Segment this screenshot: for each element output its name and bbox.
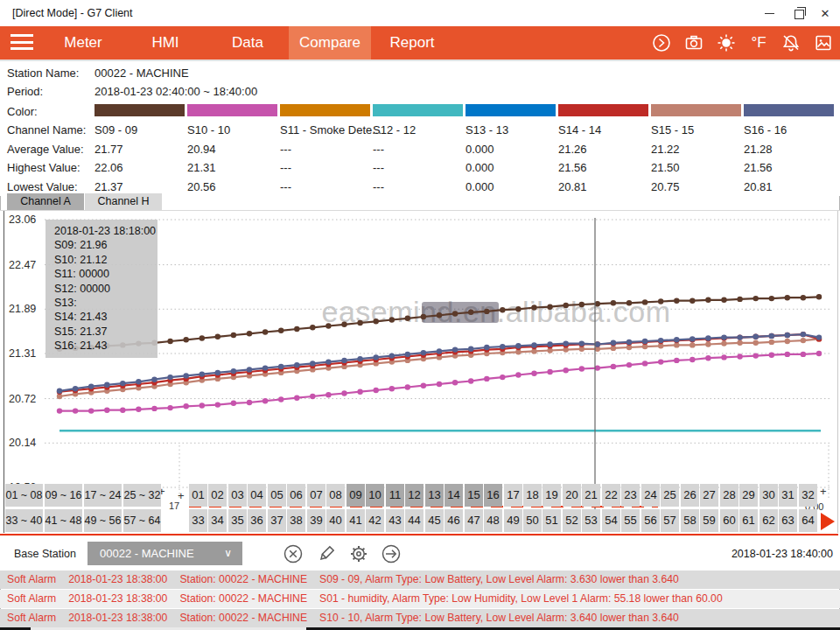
- channel-box-36[interactable]: 36: [248, 509, 266, 532]
- channel-box-15[interactable]: 15: [465, 484, 483, 507]
- channel-box-38[interactable]: 38: [287, 509, 305, 532]
- channel-box-18[interactable]: 18: [523, 484, 542, 507]
- base-station-dropdown[interactable]: 00022 - MACHINE ∨: [88, 542, 242, 565]
- channel-box-09[interactable]: 09: [346, 484, 365, 507]
- channel-box-25[interactable]: 25: [661, 484, 679, 507]
- channel-box-55[interactable]: 55: [621, 509, 640, 532]
- channel-box-39[interactable]: 39: [307, 509, 326, 532]
- channel-box-52[interactable]: 52: [563, 509, 581, 532]
- next-page-arrow-icon[interactable]: [821, 513, 835, 530]
- channel-group-41-48[interactable]: 41 ~ 48: [45, 509, 82, 532]
- channel-box-34[interactable]: 34: [208, 509, 227, 532]
- channel-box-20[interactable]: 20: [563, 484, 581, 507]
- channel-box-11[interactable]: 11: [386, 484, 404, 507]
- channel-box-37[interactable]: 37: [268, 509, 286, 532]
- channel-box-31[interactable]: 31: [779, 484, 797, 507]
- channel-group-25-32[interactable]: 25 ~ 32: [123, 484, 161, 507]
- restore-button[interactable]: [784, 0, 814, 26]
- channel-box-23[interactable]: 23: [621, 484, 640, 507]
- alarm-row[interactable]: Soft Alarm2018-01-23 18:38:00Station: 00…: [0, 590, 840, 608]
- channel-box-50[interactable]: 50: [523, 509, 542, 532]
- nav-item-compare[interactable]: Compare: [289, 26, 371, 60]
- edit-pencil-icon[interactable]: [317, 544, 336, 564]
- channel-box-64[interactable]: 64: [799, 509, 817, 532]
- alarm-mute-icon[interactable]: [780, 32, 802, 54]
- close-button[interactable]: ✕: [810, 0, 840, 26]
- channel-box-17[interactable]: 17: [504, 484, 522, 507]
- nav-item-hmi[interactable]: HMI: [124, 26, 206, 60]
- channel-box-42[interactable]: 42: [366, 509, 384, 532]
- sync-icon[interactable]: [650, 32, 673, 54]
- channel-box-43[interactable]: 43: [386, 509, 404, 532]
- channel-box-57[interactable]: 57: [661, 509, 679, 532]
- channel-box-48[interactable]: 48: [484, 509, 502, 532]
- channel-group-49-56[interactable]: 49 ~ 56: [84, 509, 122, 532]
- channel-box-19[interactable]: 19: [542, 484, 561, 507]
- channel-box-03[interactable]: 03: [228, 484, 247, 507]
- channel-box-06[interactable]: 06: [287, 484, 305, 507]
- channel-box-12[interactable]: 12: [405, 484, 424, 507]
- channel-box-33[interactable]: 33: [189, 509, 207, 532]
- channel-box-61[interactable]: 61: [739, 509, 758, 532]
- channel-box-10[interactable]: 10: [366, 484, 384, 507]
- channel-box-46[interactable]: 46: [444, 509, 463, 532]
- cancel-icon[interactable]: [284, 544, 303, 564]
- channel-box-01[interactable]: 01: [189, 484, 207, 507]
- channel-box-07[interactable]: 07: [307, 484, 326, 507]
- channel-box-16[interactable]: 16: [484, 484, 502, 507]
- channel-box-30[interactable]: 30: [760, 484, 778, 507]
- trend-chart[interactable]: 23.0622.4721.8921.3120.7220.1419.56easem…: [0, 210, 840, 536]
- alarm-row[interactable]: Soft Alarm2018-01-23 18:38:00Station: 00…: [0, 609, 840, 627]
- channel-box-27[interactable]: 27: [700, 484, 718, 507]
- channel-box-56[interactable]: 56: [641, 509, 660, 532]
- channel-group-01-08[interactable]: 01 ~ 08: [5, 484, 43, 507]
- channel-box-22[interactable]: 22: [602, 484, 620, 507]
- channel-box-05[interactable]: 05: [268, 484, 286, 507]
- channel-group-57-64[interactable]: 57 ~ 64: [123, 509, 161, 532]
- camera-icon[interactable]: [682, 32, 705, 54]
- channel-group-09-16[interactable]: 09 ~ 16: [45, 484, 82, 507]
- channel-box-45[interactable]: 45: [425, 509, 444, 532]
- channel-box-59[interactable]: 59: [700, 509, 718, 532]
- channel-box-13[interactable]: 13: [425, 484, 444, 507]
- channel-box-47[interactable]: 47: [465, 509, 483, 532]
- channel-box-44[interactable]: 44: [405, 509, 424, 532]
- minimize-button[interactable]: [754, 0, 784, 26]
- tab-channel-h[interactable]: Channel H: [85, 193, 162, 210]
- channel-box-51[interactable]: 51: [542, 509, 561, 532]
- channel-box-21[interactable]: 21: [582, 484, 600, 507]
- hamburger-menu-icon[interactable]: [10, 34, 35, 52]
- channel-box-63[interactable]: 63: [779, 509, 797, 532]
- channel-box-58[interactable]: 58: [681, 509, 699, 532]
- channel-box-53[interactable]: 53: [582, 509, 600, 532]
- channel-box-08[interactable]: 08: [326, 484, 345, 507]
- channel-box-54[interactable]: 54: [602, 509, 620, 532]
- temperature-unit-label[interactable]: °F: [747, 32, 770, 54]
- channel-box-32[interactable]: 32: [799, 484, 817, 507]
- channel-box-41[interactable]: 41: [346, 509, 365, 532]
- alarm-row[interactable]: Soft Alarm2018-01-23 18:38:00Station: 00…: [0, 570, 840, 589]
- nav-item-meter[interactable]: Meter: [42, 26, 124, 60]
- channel-box-28[interactable]: 28: [720, 484, 738, 507]
- go-arrow-icon[interactable]: [382, 544, 401, 564]
- settings-gear-icon[interactable]: [349, 544, 368, 564]
- nav-item-data[interactable]: Data: [206, 26, 289, 60]
- nav-item-report[interactable]: Report: [371, 26, 453, 60]
- channel-box-35[interactable]: 35: [228, 509, 247, 532]
- channel-box-60[interactable]: 60: [720, 509, 738, 532]
- channel-box-14[interactable]: 14: [444, 484, 463, 507]
- channel-box-26[interactable]: 26: [681, 484, 699, 507]
- brightness-icon[interactable]: [715, 32, 738, 54]
- tab-channel-a[interactable]: Channel A: [7, 193, 84, 210]
- channel-group-17-24[interactable]: 17 ~ 24: [84, 484, 122, 507]
- channel-box-04[interactable]: 04: [248, 484, 266, 507]
- channel-box-49[interactable]: 49: [504, 509, 522, 532]
- image-export-icon[interactable]: [812, 32, 835, 54]
- channel-box-24[interactable]: 24: [641, 484, 660, 507]
- average-value-label: Average Value:: [7, 143, 84, 156]
- channel-group-33-40[interactable]: 33 ~ 40: [5, 509, 43, 532]
- channel-box-62[interactable]: 62: [760, 509, 778, 532]
- channel-box-40[interactable]: 40: [326, 509, 345, 532]
- channel-box-02[interactable]: 02: [208, 484, 227, 507]
- channel-box-29[interactable]: 29: [739, 484, 758, 507]
